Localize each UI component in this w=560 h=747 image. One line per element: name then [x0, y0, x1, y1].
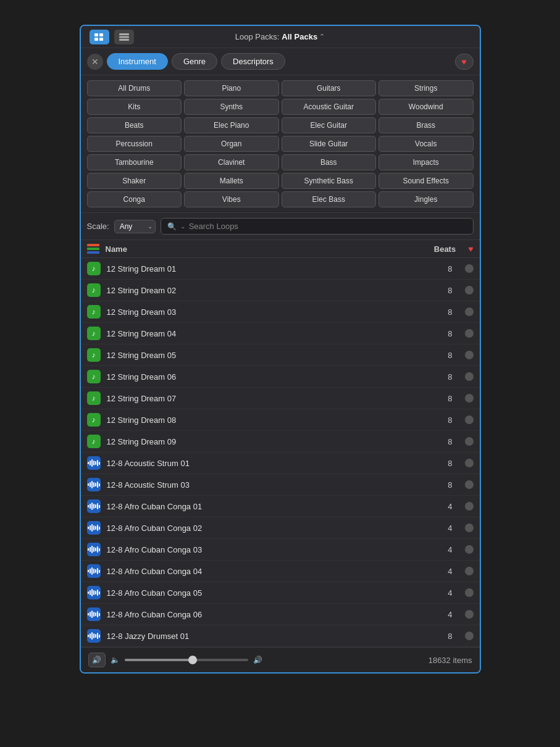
loop-favorite-circle[interactable]	[465, 351, 474, 359]
view-btn-list[interactable]	[114, 30, 134, 44]
loop-name: 12-8 Afro Cuban Conga 06	[107, 610, 440, 619]
view-toggle-group	[90, 30, 134, 44]
loop-favorite-circle[interactable]	[465, 459, 474, 467]
instrument-btn-bass[interactable]: Bass	[282, 154, 377, 170]
instrument-btn-kits[interactable]: Kits	[87, 99, 182, 115]
instrument-btn-guitars[interactable]: Guitars	[282, 80, 377, 96]
instrument-btn-piano[interactable]: Piano	[184, 80, 279, 96]
loop-favorite-circle[interactable]	[465, 329, 474, 338]
header: Loop Packs: All Packs ⌃	[81, 26, 480, 48]
loop-item[interactable]: 12-8 Acoustic Strum 038	[81, 474, 480, 496]
instrument-btn-elec-guitar[interactable]: Elec Guitar	[282, 117, 377, 133]
instrument-btn-tambourine[interactable]: Tambourine	[87, 154, 182, 170]
loop-favorite-circle[interactable]	[465, 264, 474, 273]
instrument-btn-clavinet[interactable]: Clavinet	[184, 154, 279, 170]
instrument-btn-conga[interactable]: Conga	[87, 191, 182, 207]
view-btn-grid[interactable]	[90, 30, 109, 44]
waveform-icon	[87, 586, 101, 599]
loop-favorite-circle[interactable]	[465, 502, 474, 511]
instrument-btn-woodwind[interactable]: Woodwind	[378, 99, 474, 115]
instrument-btn-synths[interactable]: Synths	[184, 99, 279, 115]
loop-item[interactable]: ♪12 String Dream 048	[81, 323, 480, 344]
volume-slider[interactable]	[125, 659, 248, 661]
music-note-icon: ♪	[87, 391, 101, 405]
loop-item[interactable]: ♪12 String Dream 098	[81, 431, 480, 453]
loop-item[interactable]: ♪12 String Dream 058	[81, 344, 480, 366]
loop-item[interactable]: ♪12 String Dream 078	[81, 388, 480, 409]
loop-item[interactable]: ♪12 String Dream 088	[81, 409, 480, 431]
loop-beats: 4	[440, 545, 453, 554]
search-icon: 🔍	[167, 222, 177, 231]
instrument-btn-shaker[interactable]: Shaker	[87, 173, 182, 189]
loop-favorite-circle[interactable]	[465, 610, 474, 619]
loop-beats: 8	[440, 480, 453, 490]
tab-instrument[interactable]: Instrument	[107, 53, 168, 70]
loop-favorite-circle[interactable]	[465, 545, 474, 554]
loop-item[interactable]: ♪12 String Dream 038	[81, 301, 480, 323]
search-placeholder: Search Loops	[189, 222, 238, 231]
loop-beats: 8	[440, 459, 453, 468]
music-note-icon: ♪	[87, 435, 101, 448]
loop-favorite-circle[interactable]	[465, 524, 474, 532]
loop-favorite-circle[interactable]	[465, 286, 474, 294]
loop-favorite-circle[interactable]	[465, 588, 474, 597]
loop-beats: 4	[440, 588, 453, 598]
loop-item[interactable]: 12-8 Afro Cuban Conga 064	[81, 604, 480, 625]
loop-item[interactable]: 12-8 Afro Cuban Conga 044	[81, 561, 480, 582]
instrument-btn-beats[interactable]: Beats	[87, 117, 182, 133]
scale-select[interactable]: Any Major Minor Neither	[114, 220, 156, 233]
instrument-btn-elec-piano[interactable]: Elec Piano	[184, 117, 279, 133]
search-row: Scale: Any Major Minor Neither ⌄ 🔍 ⌄ Sea…	[81, 213, 480, 240]
loop-item[interactable]: 12-8 Acoustic Strum 018	[81, 453, 480, 474]
instrument-btn-acoustic-guitar[interactable]: Acoustic Guitar	[282, 99, 377, 115]
instrument-btn-jingles[interactable]: Jingles	[378, 191, 474, 207]
loop-favorite-circle[interactable]	[465, 632, 474, 640]
instrument-btn-strings[interactable]: Strings	[378, 80, 474, 96]
loop-packs-chevron-icon: ⌃	[319, 33, 325, 41]
instrument-btn-slide-guitar[interactable]: Slide Guitar	[282, 136, 377, 152]
volume-thumb[interactable]	[188, 656, 197, 664]
loop-name: 12 String Dream 07	[107, 394, 440, 403]
tab-descriptors[interactable]: Descriptors	[221, 53, 285, 70]
loop-favorite-circle[interactable]	[465, 567, 474, 575]
items-count: 18632 items	[428, 656, 472, 665]
instrument-btn-sound-effects[interactable]: Sound Effects	[378, 173, 474, 189]
music-note-icon: ♪	[87, 327, 101, 340]
waveform-icon	[87, 499, 101, 513]
loop-favorite-circle[interactable]	[465, 480, 474, 489]
loop-item[interactable]: 12-8 Afro Cuban Conga 054	[81, 582, 480, 604]
loop-favorite-circle[interactable]	[465, 415, 474, 424]
instrument-btn-synthetic-bass[interactable]: Synthetic Bass	[282, 173, 377, 189]
search-box[interactable]: 🔍 ⌄ Search Loops	[161, 218, 474, 235]
loop-item[interactable]: ♪12 String Dream 028	[81, 280, 480, 301]
instrument-btn-impacts[interactable]: Impacts	[378, 154, 474, 170]
favorites-button[interactable]: ♥	[455, 54, 474, 70]
instrument-btn-brass[interactable]: Brass	[378, 117, 474, 133]
loop-item[interactable]: 12-8 Jazzy Drumset 018	[81, 625, 480, 647]
waveform-icon	[87, 629, 101, 643]
loop-item[interactable]: 12-8 Afro Cuban Conga 014	[81, 496, 480, 517]
close-filter-button[interactable]: ✕	[87, 54, 103, 70]
instrument-btn-vibes[interactable]: Vibes	[184, 191, 279, 207]
instrument-btn-vocals[interactable]: Vocals	[378, 136, 474, 152]
waveform-icon	[87, 478, 101, 491]
loop-favorite-circle[interactable]	[465, 372, 474, 381]
loop-favorite-circle[interactable]	[465, 437, 474, 446]
loop-name: 12 String Dream 05	[107, 351, 440, 360]
instrument-btn-mallets[interactable]: Mallets	[184, 173, 279, 189]
volume-low-icon: 🔈	[111, 656, 120, 664]
loop-favorite-circle[interactable]	[465, 394, 474, 403]
speaker-button[interactable]: 🔊	[88, 653, 106, 667]
loop-beats: 8	[440, 329, 453, 338]
loop-item[interactable]: ♪12 String Dream 068	[81, 366, 480, 388]
loop-item[interactable]: ♪12 String Dream 018	[81, 258, 480, 280]
loop-favorite-circle[interactable]	[465, 307, 474, 316]
loop-item[interactable]: 12-8 Afro Cuban Conga 034	[81, 539, 480, 561]
search-chevron-icon: ⌄	[180, 223, 185, 230]
loop-item[interactable]: 12-8 Afro Cuban Conga 024	[81, 517, 480, 539]
instrument-btn-percussion[interactable]: Percussion	[87, 136, 182, 152]
instrument-btn-all-drums[interactable]: All Drums	[87, 80, 182, 96]
tab-genre[interactable]: Genre	[172, 53, 217, 70]
instrument-btn-organ[interactable]: Organ	[184, 136, 279, 152]
instrument-btn-elec-bass[interactable]: Elec Bass	[282, 191, 377, 207]
